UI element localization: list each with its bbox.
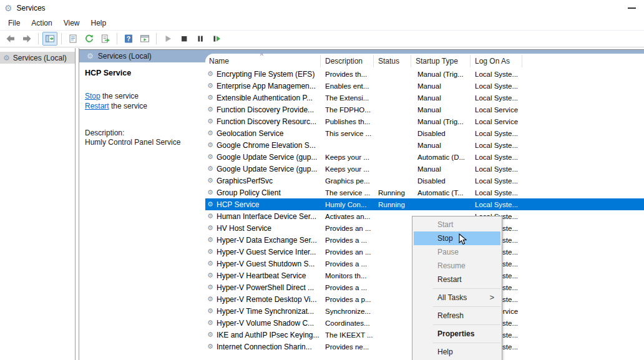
console-tree-icon[interactable] <box>42 32 57 46</box>
service-action-line: Restart the service <box>85 101 200 111</box>
service-description-cell: Provides a p... <box>321 296 374 303</box>
table-row[interactable]: ⚙Enterprise App Managemen...Enables ent.… <box>205 80 644 92</box>
service-logon-cell: Local Syste... <box>471 153 522 161</box>
context-menu-item-help[interactable]: Help <box>414 345 500 359</box>
column-header-startup-type[interactable]: Startup Type <box>411 55 471 67</box>
start-service-icon[interactable] <box>160 32 175 46</box>
menu-separator <box>433 324 500 325</box>
service-actions: Stop the serviceRestart the service <box>85 91 200 111</box>
svg-text:?: ? <box>127 35 130 42</box>
service-logon-cell: Local Syste... <box>471 165 522 173</box>
service-name-cell: ⚙Encrypting File System (EFS) <box>205 70 321 79</box>
table-row[interactable]: ⚙Geolocation ServiceThis service ...Disa… <box>205 127 644 139</box>
service-startup-cell: Manual <box>411 82 471 90</box>
service-logon-cell: Local Syste... <box>471 71 522 78</box>
refresh-icon[interactable] <box>82 32 97 46</box>
back-icon[interactable] <box>3 32 18 46</box>
toolbar-separator <box>61 33 62 44</box>
service-gear-icon: ⚙ <box>207 343 217 350</box>
service-action-text: the service <box>100 92 139 100</box>
service-description-cell: Activates an... <box>321 213 374 220</box>
menu-file[interactable]: File <box>2 17 26 29</box>
tree-gear-icon: ⚙ <box>3 54 10 62</box>
sidebar-item-services-local[interactable]: ⚙Services (Local) <box>0 52 75 64</box>
table-row[interactable]: ⚙Extensible Authentication P...The Exten… <box>205 92 644 104</box>
properties-icon[interactable] <box>66 32 80 46</box>
context-menu-item-properties[interactable]: Properties <box>414 327 500 341</box>
service-logon-cell: Local Syste... <box>471 94 522 102</box>
menu-bar: FileActionViewHelp <box>0 16 644 31</box>
table-row[interactable]: ⚙Function Discovery Resourc...Publishes … <box>205 115 644 127</box>
menu-view[interactable]: View <box>58 17 85 29</box>
table-row[interactable]: ⚙Google Update Service (gup...Keeps your… <box>205 163 644 175</box>
column-header-log-on-as[interactable]: Log On As <box>471 55 522 67</box>
submenu-arrow-icon: > <box>489 293 494 302</box>
services-header-title: Services (Local) <box>98 52 152 61</box>
service-gear-icon: ⚙ <box>207 272 217 279</box>
context-menu-item-restart[interactable]: Restart <box>414 273 500 286</box>
service-action-line: Stop the service <box>85 91 200 101</box>
table-row[interactable]: ⚙Google Chrome Elevation S...ManualLocal… <box>205 139 644 151</box>
extended-view-icon[interactable] <box>137 32 152 46</box>
help-icon[interactable]: ? <box>121 32 136 46</box>
service-name: Human Interface Device Ser... <box>217 212 316 221</box>
stop-service-icon[interactable] <box>177 32 192 46</box>
service-name-cell: ⚙Hyper-V Heartbeat Service <box>205 271 321 280</box>
minimize-button[interactable] <box>628 7 636 9</box>
column-header-status[interactable]: Status <box>374 55 411 67</box>
table-row[interactable]: ⚙Function Discovery Provide...The FDPHO.… <box>205 104 644 115</box>
service-logon-cell: Local Syste... <box>471 82 522 90</box>
service-description-cell: Publishes th... <box>321 118 374 125</box>
service-name-cell: ⚙Hyper-V PowerShell Direct ... <box>205 283 321 292</box>
sort-ascending-icon: ^ <box>260 54 263 59</box>
context-menu-item-all-tasks[interactable]: All Tasks> <box>414 291 500 304</box>
service-startup-cell: Disabled <box>411 130 471 137</box>
table-row[interactable]: ⚙HCP ServiceHumly Con...RunningLocal Sys… <box>205 198 644 210</box>
service-gear-icon: ⚙ <box>207 71 217 77</box>
service-logon-cell: Local Syste... <box>471 201 522 208</box>
table-row[interactable]: ⚙Google Update Service (gup...Keeps your… <box>205 151 644 163</box>
service-name-cell: ⚙Hyper-V Time Synchronizat... <box>205 307 321 316</box>
column-header-description[interactable]: Description <box>321 55 374 67</box>
service-gear-icon: ⚙ <box>207 177 217 184</box>
service-description-cell: Enables ent... <box>321 82 374 90</box>
service-gear-icon: ⚙ <box>207 94 217 101</box>
menu-help[interactable]: Help <box>85 17 112 29</box>
service-name: Hyper-V Guest Shutdown S... <box>217 260 315 268</box>
pause-service-icon[interactable] <box>193 32 208 46</box>
service-startup-cell: Disabled <box>411 177 471 185</box>
forward-icon[interactable] <box>19 32 34 46</box>
restart-service-icon[interactable] <box>209 32 224 46</box>
service-description-cell: Provides th... <box>321 71 374 78</box>
service-logon-cell: Local Syste... <box>471 130 522 137</box>
service-name-cell: ⚙Hyper-V Volume Shadow C... <box>205 319 321 328</box>
service-startup-cell: Manual <box>411 106 471 114</box>
context-menu-item-refresh[interactable]: Refresh <box>414 309 500 323</box>
table-row[interactable]: ⚙Group Policy ClientThe service ...Runni… <box>205 187 644 198</box>
service-name-cell: ⚙Hyper-V Remote Desktop Vi... <box>205 295 321 304</box>
service-action-text: the service <box>109 102 147 110</box>
toolbar-separator <box>117 33 117 44</box>
service-description-cell: This service ... <box>321 130 374 137</box>
table-row[interactable]: ⚙Encrypting File System (EFS)Provides th… <box>205 68 644 80</box>
service-description-cell: The service ... <box>321 189 374 197</box>
mouse-cursor-icon <box>459 233 467 247</box>
service-name-cell: ⚙Hyper-V Data Exchange Ser... <box>205 236 321 245</box>
service-name: Hyper-V Data Exchange Ser... <box>217 236 317 245</box>
context-menu-item-pause: Pause <box>414 245 500 259</box>
service-description-cell: Coordinates... <box>321 319 374 327</box>
service-status-cell: Running <box>374 189 411 197</box>
restart-service-link[interactable]: Restart <box>85 102 109 110</box>
export-list-icon[interactable] <box>98 32 113 46</box>
service-gear-icon: ⚙ <box>207 225 217 231</box>
menu-action[interactable]: Action <box>26 17 57 29</box>
context-menu-item-stop[interactable]: Stop <box>414 231 500 245</box>
stop-service-link[interactable]: Stop <box>85 92 100 100</box>
service-description-cell: Provides ne... <box>321 343 374 351</box>
table-row[interactable]: ⚙GraphicsPerfSvcGraphics pe...DisabledLo… <box>205 175 644 187</box>
service-description-cell: Provides an ... <box>321 225 374 232</box>
service-gear-icon: ⚙ <box>207 260 217 267</box>
service-startup-cell: Manual <box>411 142 471 149</box>
service-description-cell: The FDPHO... <box>321 106 374 114</box>
service-name-cell: ⚙Google Chrome Elevation S... <box>205 141 321 150</box>
